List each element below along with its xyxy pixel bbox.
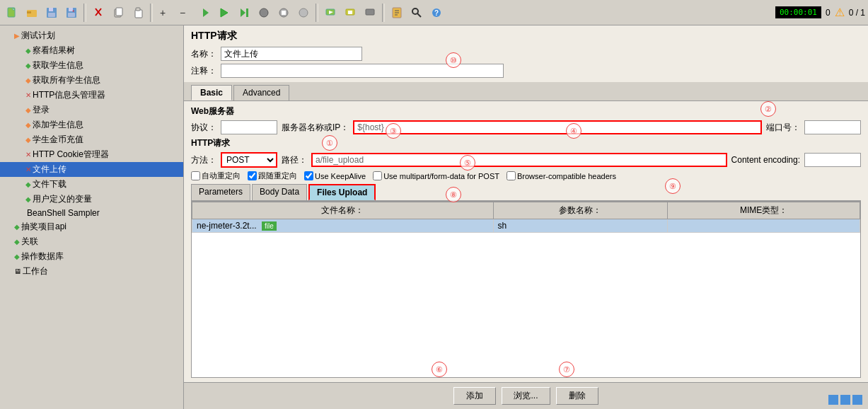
protocol-input[interactable] [221,120,277,134]
sidebar-item-download[interactable]: ◆ 文件下载 [0,177,183,192]
stop2-btn[interactable] [274,4,293,22]
login-icon: ◆ [25,106,31,114]
cb-auto-redirect[interactable]: 自动重定向 [191,171,241,181]
content-encoding-input[interactable] [804,153,861,167]
page-btn-2[interactable] [840,395,850,405]
cell-filename: ne-jmeter-3.2t... file [192,219,494,233]
help-btn[interactable]: ? [427,4,446,22]
follow-redirect-cb[interactable] [248,171,257,180]
sidebar-item-label: 测试计划 [21,30,55,42]
http-req-section-title: HTTP请求 [191,137,861,149]
toolbar-right: 00:00:01 0 ⚠ 0 / 1 [775,6,865,19]
multipart-cb[interactable] [373,171,382,180]
svg-rect-3 [27,11,31,13]
sidebar-item-label: 关联 [21,236,38,248]
svg-marker-21 [241,8,245,17]
sidebar-item-get-all-students[interactable]: ◆ 获取所有学生信息 [0,73,183,88]
paste-btn[interactable] [129,4,147,22]
cb-follow-redirect[interactable]: 跟随重定向 [248,171,297,181]
add-button[interactable]: 添加 [453,387,496,405]
name-input[interactable] [221,47,362,61]
stop-btn[interactable] [255,4,273,22]
browser-headers-cb[interactable] [507,171,516,180]
results-icon: ◆ [25,47,31,54]
auto-redirect-cb[interactable] [191,171,200,180]
saveas-btn[interactable]: + [62,4,81,22]
cb-multipart[interactable]: Use multipart/form-data for POST [373,171,499,180]
sep3 [316,4,318,22]
page-btn-3[interactable] [852,395,862,405]
get-icon: ◆ [25,62,31,69]
expand-btn[interactable]: + [156,4,174,22]
cookie-icon: ✕ [25,151,31,159]
sep1 [83,4,86,22]
search-btn[interactable] [407,4,426,22]
run-btn[interactable] [215,4,233,22]
comment-label: 注释： [191,65,216,77]
cb-keepalive[interactable]: Use KeepAlive [304,171,366,180]
remote-start-btn[interactable] [321,4,340,22]
sidebar-item-add-student[interactable]: ◆ 添加学生信息 [0,117,183,132]
sidebar-item-workbench[interactable]: 🖥 工作台 [0,264,183,279]
toggle-btn[interactable] [195,4,214,22]
comment-row: 注释： [184,62,868,79]
cut-btn[interactable] [89,4,108,22]
sidebar-item-get-student[interactable]: ◆ 获取学生信息 [0,58,183,73]
counter1: 0 [826,8,831,18]
collapse-btn[interactable]: − [175,4,194,22]
report-btn[interactable] [388,4,406,22]
svg-rect-14 [116,8,122,16]
tabs-bar: Basic Advanced [184,82,868,101]
save-btn[interactable] [42,4,61,22]
sidebar-item-label: HTTP Cookie管理器 [33,149,109,161]
tab-basic[interactable]: Basic [191,85,232,100]
sidebar-item-vars[interactable]: ◆ 用户定义的变量 [0,192,183,207]
new-btn[interactable] [3,4,21,22]
browse-button[interactable]: 浏览... [502,387,550,405]
svg-marker-19 [203,8,209,17]
open-btn[interactable] [23,4,41,22]
sidebar-item-label: BeanShell Sampler [27,208,100,218]
cb-browser-headers[interactable]: Browser-compatible headers [507,171,616,180]
remote-stop-btn[interactable] [341,4,359,22]
sidebar-item-results[interactable]: ◆ 察看结果树 [0,43,183,58]
sidebar-item-db[interactable]: ◆ 操作数据库 [0,249,183,264]
sep2 [150,4,153,22]
inner-tab-files[interactable]: Files Upload [308,184,376,200]
stop3-btn[interactable] [294,4,313,22]
sidebar-item-plan[interactable]: ▶ 测试计划 [0,28,183,43]
keepalive-cb[interactable] [304,171,313,180]
sidebar-item-login[interactable]: ◆ 登录 [0,103,183,117]
sidebar-item-upload[interactable]: ✕ 文件上传 [0,162,183,177]
sidebar-item-beanshell[interactable]: BeanShell Sampler [0,207,183,219]
copy-btn[interactable] [109,4,127,22]
run-stop-btn[interactable] [235,4,253,22]
svg-text:−: − [180,7,185,18]
port-input[interactable] [804,120,861,134]
svg-point-26 [299,8,308,17]
table-row[interactable]: ne-jmeter-3.2t... file sh [192,219,860,233]
files-table-container: 文件名称： 参数名称： MIME类型： ne-jmeter-3.2t... fi… [191,201,861,378]
sidebar-item-label: 操作数据库 [21,250,64,263]
tab-content: Web服务器 协议： 服务器名称或IP： 端口号： HTTP请求 方法： POS… [184,101,868,382]
remote-btn3[interactable] [361,4,379,22]
inner-tab-params[interactable]: Parameters [191,184,250,200]
inner-tab-body[interactable]: Body Data [252,184,307,200]
host-input[interactable] [353,120,762,134]
svg-rect-31 [366,9,374,15]
plan-icon: ▶ [14,32,20,40]
tab-advanced[interactable]: Advanced [233,85,289,100]
delete-button[interactable]: 删除 [556,387,598,405]
page-btn-1[interactable] [828,395,838,405]
sidebar-item-cookie[interactable]: ✕ HTTP Cookie管理器 [0,147,183,162]
workbench-icon: 🖥 [14,267,21,275]
comment-input[interactable] [221,64,504,78]
sidebar-item-link[interactable]: ◆ 关联 [0,234,183,249]
sidebar-item-coin[interactable]: ◆ 学生金币充值 [0,132,183,147]
method-select[interactable]: POST [221,152,277,168]
path-input[interactable] [311,153,727,167]
api-icon: ◆ [14,223,20,231]
sidebar-item-http-header[interactable]: ✕ HTTP信息头管理器 [0,88,183,103]
sidebar-item-api[interactable]: ◆ 抽奖项目api [0,219,183,234]
server-row: 协议： 服务器名称或IP： 端口号： [191,120,861,134]
